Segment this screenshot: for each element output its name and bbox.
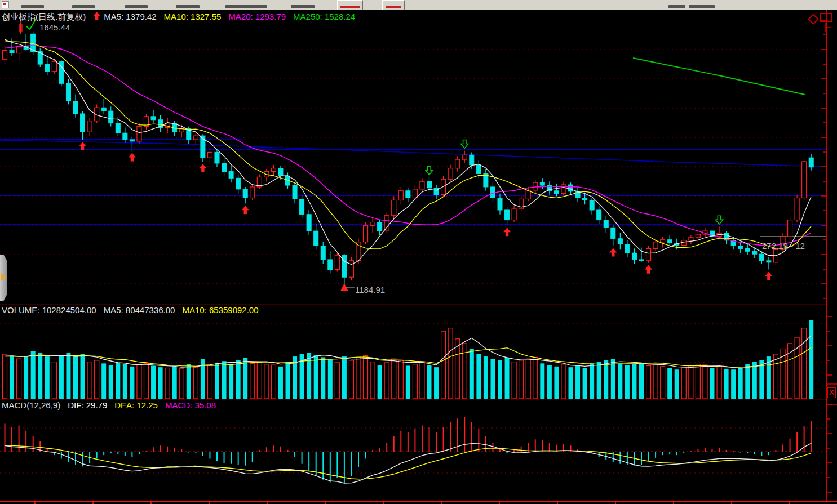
app-icon — [2, 1, 9, 8]
buy-signal-arrow-icon — [242, 206, 249, 214]
menu-item[interactable] — [225, 5, 267, 8]
menu-bar — [0, 0, 837, 10]
indicator-text: 创业板指(日线.前复权) — [2, 12, 86, 21]
indicator-text: VOLUME: 102824504.00 — [2, 305, 96, 315]
main-chart-canvas[interactable] — [0, 0, 837, 504]
sell-signal-arrow-icon — [716, 216, 723, 224]
indicator-text: DEA: 12.25 — [114, 400, 158, 410]
menu-item[interactable] — [689, 5, 715, 8]
layout-window-icon[interactable] — [820, 13, 832, 22]
buy-signal-arrow-icon — [765, 272, 772, 280]
macd-pane-header: MACD(12,26,9)DIF: 29.79DEA: 12.25MACD: 3… — [2, 400, 223, 410]
indicator-text: MA20: 1293.79 — [228, 12, 286, 21]
sidebar-collapse-handle[interactable] — [0, 255, 7, 301]
menu-item[interactable] — [125, 5, 148, 8]
high-price-label: 1645.44 — [39, 23, 70, 32]
sell-signal-arrow-icon — [461, 140, 468, 148]
indicator-text: MA5: 80447336.00 — [104, 305, 175, 315]
indicator-text: MA10: 65359092.00 — [182, 305, 258, 315]
menu-item[interactable] — [291, 5, 315, 8]
buy-signal-arrow-icon — [129, 153, 136, 161]
right-price-note: 272.19 - 12 — [762, 241, 805, 251]
price-pane-header: 创业板指(日线.前复权)MA5: 1379.42MA10: 1327.55MA2… — [2, 12, 362, 21]
expand-arrow-icon — [1, 273, 6, 281]
menu-button-red[interactable] — [337, 0, 363, 10]
buy-signal-arrow-icon — [199, 164, 206, 172]
indicator-text: MA5: 1379.42 — [104, 12, 156, 21]
indicator-text: MA250: 1528.24 — [293, 12, 355, 21]
close-pane-button[interactable]: X — [827, 387, 836, 398]
menu-item[interactable] — [72, 5, 95, 8]
signal-arrows-layer — [19, 19, 772, 291]
level-lines-layer — [0, 58, 827, 237]
buy-signal-arrow-icon — [645, 265, 652, 274]
volume-pane-header: VOLUME: 102824504.00MA5: 80447336.00MA10… — [2, 305, 266, 315]
volume-layer — [3, 320, 814, 399]
menu-item[interactable] — [176, 5, 200, 8]
menu-item[interactable] — [21, 5, 44, 8]
menu-button-red[interactable] — [382, 0, 405, 10]
buy-signal-arrow-icon — [609, 248, 617, 256]
sell-signal-arrow-icon — [426, 166, 433, 175]
menu-item[interactable] — [668, 5, 685, 8]
candles-layer — [3, 31, 814, 284]
up-arrow-icon — [93, 12, 100, 21]
buy-signal-arrow-icon — [503, 228, 511, 236]
indicator-text: MACD: 35.08 — [165, 400, 216, 410]
indicator-text: MACD(12,26,9) — [2, 400, 60, 410]
indicator-text: DIF: 29.79 — [68, 400, 107, 410]
low-price-label: 1184.91 — [355, 285, 385, 295]
trading-terminal-window: { "menubar": { "items": [ {"x": 38, "w":… — [0, 0, 837, 504]
indicator-text: MA10: 1327.55 — [164, 12, 222, 21]
